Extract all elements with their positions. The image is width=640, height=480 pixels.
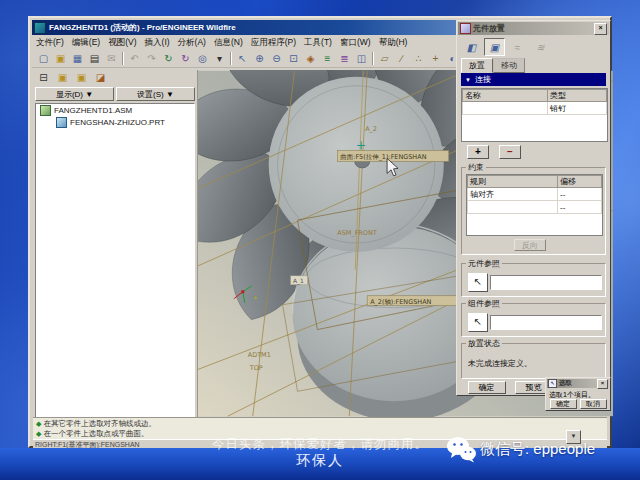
component-ref-field[interactable] [490,275,602,290]
menu-view[interactable]: 视图(V) [104,36,140,50]
component-placement-dialog: 元件放置 × ◧ ▣ ≈ ≋ 放置 移动 ▼ 连接 名称 类型 Connecti… [456,20,611,396]
adtm1-label: ADTM1 [248,351,271,359]
folder-open-icon[interactable]: ▣ [54,71,71,86]
select-dialog-icon: ↖ [548,379,557,388]
menu-edit[interactable]: 编辑(E) [68,36,104,50]
refit-icon[interactable]: ⊡ [285,51,302,66]
datum-points-icon[interactable]: ∴ [410,51,427,66]
remove-connection-button[interactable]: − [499,145,521,159]
menu-insert[interactable]: 插入(I) [141,36,174,50]
email-icon[interactable]: ✉ [103,51,120,66]
toolbar-separator [230,52,232,65]
find-icon[interactable]: ◎ [194,51,211,66]
constraint-rule-cell[interactable]: 平移 [468,201,558,214]
constraint-row[interactable]: 轴对齐 -- [468,188,602,201]
menu-tools[interactable]: 工具(T) [300,36,336,50]
save-file-icon[interactable]: ▦ [69,51,86,66]
model-tree[interactable]: FANGZHENTD1.ASM FENGSHAN-ZHIZUO.PRT [35,103,195,419]
tree-row-assembly[interactable]: FANGZHENTD1.ASM [36,104,194,116]
wechat-id-text: 微信号: eppeople [480,440,595,459]
tree-columns-icon[interactable]: ⊟ [35,71,52,86]
ok-button[interactable]: 确定 [468,381,506,394]
app-icon [34,22,46,34]
constraints-group: 约束 规则 偏移 轴对齐 -- 平移 -- 反向 [461,167,606,255]
placement-status-text: 未完成连接定义。 [468,358,532,369]
panel-placement-icon[interactable]: ◧ [461,38,482,56]
datum-axes-icon[interactable]: ∕ [393,51,410,66]
placement-status-group: 放置状态 未完成连接定义。 [461,343,606,379]
select-ok-button[interactable]: 确定 [550,399,577,409]
panel-connections-icon[interactable]: ▣ [484,38,505,56]
connection-add-remove: + − [467,145,521,159]
part-name: FENGSHAN-ZHIZUO.PRT [70,118,165,127]
redo-icon[interactable]: ↷ [143,51,160,66]
placement-status-label: 放置状态 [466,338,502,349]
folder-lock-icon[interactable]: ◪ [92,71,109,86]
constraint-offset-cell[interactable]: -- [558,188,602,201]
connection-row[interactable]: Connection_1 销钉 [463,102,607,115]
menu-help[interactable]: 帮助(H) [375,36,412,50]
regenerate-icon[interactable]: ↻ [160,51,177,66]
close-icon[interactable]: × [594,23,607,35]
connection-type-cell[interactable]: 销钉 [548,102,607,115]
connections-table: 名称 类型 Connection_1 销钉 [461,88,608,142]
component-pick-button[interactable]: ↖ [468,273,488,292]
component-ref-group: 元件参照 ↖ [461,263,606,297]
svg-text:A_1: A_1 [293,277,304,285]
hover-tooltip: 曲面:F5(拉伸_1):FENGSHAN [337,150,448,161]
watermark-text: 今日头条，环保爱好者，请勿商用。 [212,436,428,453]
zoom-in-icon[interactable]: ⊕ [251,51,268,66]
layers-icon[interactable]: ≣ [336,51,353,66]
menu-info[interactable]: 信息(N) [210,36,247,50]
tab-move[interactable]: 移动 [493,58,525,73]
panel-properties-icon[interactable]: ≋ [530,38,551,56]
menu-applications[interactable]: 应用程序(P) [247,36,300,50]
dialog-title: 元件放置 [473,23,505,34]
top-datum-label: TOP [249,364,263,372]
panel-status-icon[interactable]: ≈ [507,38,528,56]
datum-csys-icon[interactable]: + [427,51,444,66]
menu-window[interactable]: 窗口(W) [336,36,375,50]
new-file-icon[interactable]: ▢ [35,51,52,66]
undo-icon[interactable]: ↶ [126,51,143,66]
flip-button[interactable]: 反向 [514,239,546,251]
toolbar-separator [122,52,124,65]
dialog-toolbar: ◧ ▣ ≈ ≋ [461,38,551,56]
filter-dropdown-icon[interactable]: ▾ [211,51,228,66]
datum-planes-icon[interactable]: ▱ [376,51,393,66]
tree-row-part[interactable]: FENGSHAN-ZHIZUO.PRT [36,116,194,128]
assembly-pick-button[interactable]: ↖ [468,313,488,332]
print-icon[interactable]: ▤ [86,51,103,66]
menu-analysis[interactable]: 分析(A) [174,36,210,50]
constraints-group-label: 约束 [466,162,486,173]
assembly-ref-field[interactable] [490,315,602,330]
tab-place[interactable]: 放置 [461,58,493,73]
reorient-icon[interactable]: ◈ [302,51,319,66]
select-cancel-button[interactable]: 取消 [580,399,607,409]
axis-tooltip: A_2(轴):FENGSHAN [367,296,457,306]
custom-regenerate-icon[interactable]: ↻ [177,51,194,66]
select-dialog-title-bar[interactable]: ↖ 选取 × [547,379,609,388]
connection-name-cell[interactable]: Connection_1 [463,102,548,115]
open-file-icon[interactable]: ▣ [52,51,69,66]
zoom-out-icon[interactable]: ⊖ [268,51,285,66]
dialog-title-bar[interactable]: 元件放置 × [458,22,609,35]
saved-views-icon[interactable]: ≡ [319,51,336,66]
folder-current-icon[interactable]: ▣ [73,71,90,86]
select-arrow-icon[interactable]: ↖ [234,51,251,66]
wechat-icon [446,436,476,463]
tree-show-button[interactable]: 显示(D) ▼ [35,87,114,101]
connection-section-header[interactable]: ▼ 连接 [461,73,606,86]
add-connection-button[interactable]: + [467,145,489,159]
axis-a2-label: A_2 [365,125,377,133]
tree-controls: 显示(D) ▼ 设置(S) ▼ [35,87,195,102]
constraint-row[interactable]: 平移 -- [468,201,602,214]
tree-toolbar: ⊟ ▣ ▣ ◪ [35,70,165,86]
menu-file[interactable]: 文件(F) [32,36,68,50]
constraint-offset-cell[interactable]: -- [558,201,602,214]
view-manager-icon[interactable]: ◫ [353,51,370,66]
dialog-tabs: 放置 移动 [461,58,525,73]
close-icon[interactable]: × [597,379,608,389]
tree-settings-button[interactable]: 设置(S) ▼ [116,87,195,101]
constraint-rule-cell[interactable]: 轴对齐 [468,188,558,201]
